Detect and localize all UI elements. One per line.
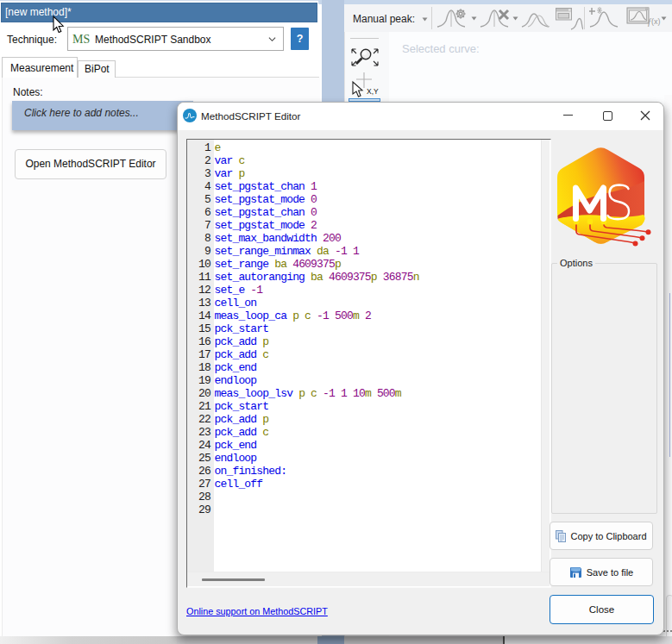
svg-text:X,Y: X,Y xyxy=(367,87,379,96)
svg-text:(x): (x) xyxy=(651,17,661,26)
